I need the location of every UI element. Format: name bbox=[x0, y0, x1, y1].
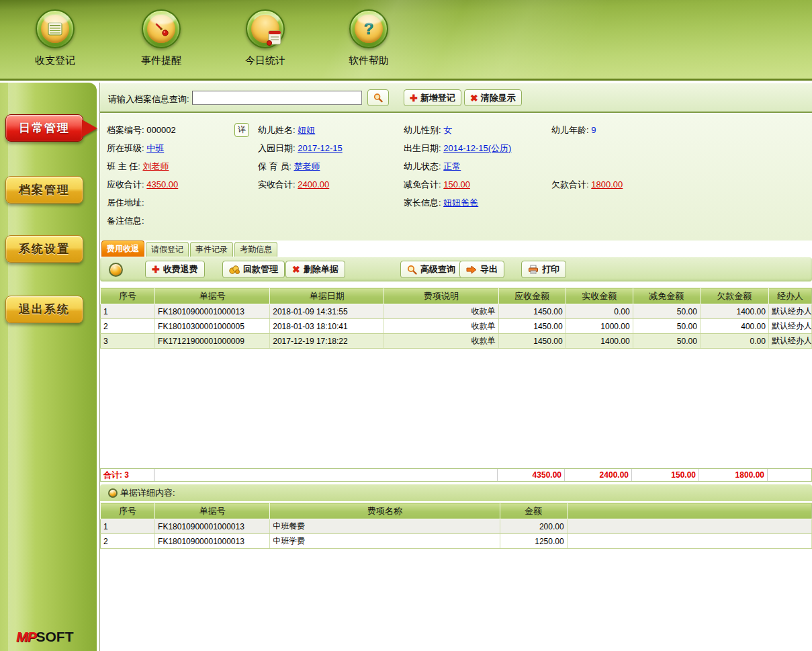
alarm-icon bbox=[152, 20, 170, 38]
print-button[interactable]: 打印 bbox=[521, 261, 566, 278]
enroll-date-field: 入园日期: 2017-12-15 bbox=[258, 142, 343, 155]
charge-refund-button[interactable]: ✚ 收费退费 bbox=[145, 261, 205, 278]
sidebar-item-archive-management[interactable]: 档案管理 bbox=[5, 176, 83, 204]
detail-table-row[interactable]: 1 FK18010900001000013 中班餐费 200.00 bbox=[101, 519, 812, 534]
totals-row: 合计: 3 4350.00 2400.00 150.00 1800.00 bbox=[100, 468, 812, 482]
col-header-index[interactable]: 序号 bbox=[101, 503, 155, 519]
clear-display-button[interactable]: ✖ 清除显示 bbox=[464, 89, 522, 106]
fee-table-row[interactable]: 3 FK17121900001000009 2017-12-19 17:18:2… bbox=[101, 334, 812, 349]
received-total-link[interactable]: 2400.00 bbox=[298, 179, 329, 189]
col-header-fee-name[interactable]: 费项名称 bbox=[270, 503, 500, 519]
banner-item-label: 软件帮助 bbox=[343, 54, 394, 67]
note-field: 备注信息: bbox=[107, 215, 144, 227]
banner-item-income-register[interactable]: 收支登记 bbox=[30, 9, 81, 67]
section-title: 单据详细内容: bbox=[120, 487, 175, 499]
col-header-receipt-no[interactable]: 单据号 bbox=[155, 288, 270, 304]
col-header-index[interactable]: 序号 bbox=[101, 288, 155, 304]
waived-total-field: 减免合计: 150.00 bbox=[404, 179, 470, 191]
search-label: 请输入档案信息查询: bbox=[108, 93, 189, 105]
col-header-waived[interactable]: 减免金额 bbox=[633, 288, 700, 304]
help-icon: ? bbox=[349, 9, 388, 48]
birth-date-field: 出生日期: 2014-12-15(公历) bbox=[404, 142, 511, 155]
banner-item-event-reminder[interactable]: 事件提醒 bbox=[136, 9, 187, 67]
printer-icon bbox=[528, 265, 539, 274]
nurse-link[interactable]: 楚老师 bbox=[294, 161, 320, 171]
sidebar-item-daily-management[interactable]: 日常管理 bbox=[5, 114, 83, 142]
payment-manage-button[interactable]: 回款管理 bbox=[222, 261, 285, 278]
fee-table-header-row: 序号 单据号 单据日期 费项说明 应收金额 实收金额 减免金额 欠款金额 经办人 bbox=[101, 288, 812, 304]
child-name-link[interactable]: 妞妞 bbox=[298, 125, 315, 135]
tab-event-records[interactable]: 事件记录 bbox=[190, 242, 233, 257]
new-register-button[interactable]: ✚ 新增登记 bbox=[404, 89, 461, 106]
col-header-receipt-no[interactable]: 单据号 bbox=[155, 503, 270, 519]
help-icon: ? bbox=[361, 19, 377, 38]
waived-total-link[interactable]: 150.00 bbox=[443, 179, 470, 189]
plus-icon: ✚ bbox=[152, 265, 160, 274]
coins-icon bbox=[229, 265, 240, 274]
sidebar-item-label: 日常管理 bbox=[19, 120, 70, 136]
sidebar: 日常管理 档案管理 系统设置 退出系统 MPSOFT bbox=[0, 83, 97, 651]
enroll-date-link[interactable]: 2017-12-15 bbox=[298, 143, 343, 153]
calendar-icon bbox=[246, 9, 285, 48]
tab-fee-records[interactable]: 费用收退 bbox=[101, 241, 144, 257]
svg-text:?: ? bbox=[364, 19, 374, 38]
banner-item-label: 事件提醒 bbox=[136, 54, 187, 67]
totals-count: 合计: 3 bbox=[101, 469, 154, 481]
alarm-icon bbox=[142, 9, 181, 48]
debt-total-link[interactable]: 1800.00 bbox=[591, 179, 623, 189]
tab-leave-register[interactable]: 请假登记 bbox=[146, 242, 189, 257]
child-name-field: 幼儿姓名: 妞妞 bbox=[258, 124, 315, 136]
status-link[interactable]: 正常 bbox=[443, 161, 461, 171]
address-field: 居住地址: bbox=[107, 197, 144, 209]
col-header-receivable[interactable]: 应收金额 bbox=[498, 288, 566, 304]
sidebar-item-label: 系统设置 bbox=[19, 241, 70, 257]
receivable-total-field: 应收合计: 4350.00 bbox=[107, 179, 178, 191]
receipt-detail-table: 序号 单据号 费项名称 金额 1 FK18010900001000013 中班餐… bbox=[100, 503, 812, 549]
fee-table-row[interactable]: 1 FK18010900001000013 2018-01-09 14:31:5… bbox=[101, 304, 812, 319]
sidebar-item-label: 退出系统 bbox=[19, 302, 70, 317]
top-banner: 收支登记 事件提醒 bbox=[0, 0, 812, 81]
banner-item-label: 今日统计 bbox=[240, 54, 291, 67]
sidebar-item-system-settings[interactable]: 系统设置 bbox=[5, 235, 83, 263]
total-receivable: 4350.00 bbox=[497, 469, 564, 481]
col-header-debt[interactable]: 欠款金额 bbox=[700, 288, 768, 304]
head-teacher-field: 班 主 任: 刘老师 bbox=[107, 161, 169, 173]
child-profile-panel: 档案编号: 000002 详 幼儿姓名: 妞妞 幼儿性别: 女 幼儿年龄: 9 … bbox=[100, 114, 812, 241]
search-input[interactable] bbox=[192, 91, 362, 105]
tab-attendance[interactable]: 考勤信息 bbox=[234, 242, 277, 257]
receipt-detail-header: 单据详细内容: bbox=[100, 484, 812, 501]
receivable-total-link[interactable]: 4350.00 bbox=[146, 179, 178, 189]
col-header-amount[interactable]: 金额 bbox=[500, 503, 567, 519]
active-arrow-icon bbox=[82, 120, 97, 137]
mpsoft-logo: MPSOFT bbox=[16, 629, 74, 645]
collapse-toggle-icon[interactable] bbox=[109, 263, 123, 277]
col-header-received[interactable]: 实收金额 bbox=[566, 288, 633, 304]
status-field: 幼儿状态: 正常 bbox=[404, 161, 461, 173]
col-header-operator[interactable]: 经办人 bbox=[768, 288, 811, 304]
search-button[interactable] bbox=[367, 89, 389, 106]
col-header-receipt-date[interactable]: 单据日期 bbox=[270, 288, 384, 304]
class-link[interactable]: 中班 bbox=[146, 143, 164, 153]
head-teacher-link[interactable]: 刘老师 bbox=[142, 161, 169, 171]
col-header-blank bbox=[567, 503, 811, 519]
collapse-toggle-icon[interactable] bbox=[108, 488, 118, 498]
parent-info-field: 家长信息: 妞妞爸爸 bbox=[404, 197, 478, 209]
delete-receipt-button[interactable]: ✖ 删除单据 bbox=[285, 261, 345, 278]
birth-date-link[interactable]: 2014-12-15(公历) bbox=[443, 143, 511, 153]
parent-info-link[interactable]: 妞妞爸爸 bbox=[443, 198, 478, 208]
banner-item-help[interactable]: ? 软件帮助 bbox=[343, 9, 394, 67]
detail-table-row[interactable]: 2 FK18010900001000013 中班学费 1250.00 bbox=[101, 534, 812, 549]
total-waived: 150.00 bbox=[631, 469, 698, 481]
plus-icon: ✚ bbox=[410, 93, 418, 103]
fee-table-row[interactable]: 2 FK18010300001000005 2018-01-03 18:10:4… bbox=[101, 319, 812, 334]
sidebar-item-exit-system[interactable]: 退出系统 bbox=[5, 296, 83, 323]
advanced-query-button[interactable]: 高级查询 bbox=[400, 261, 462, 278]
fee-table: 序号 单据号 单据日期 费项说明 应收金额 实收金额 减免金额 欠款金额 经办人… bbox=[100, 288, 812, 349]
class-field: 所在班级: 中班 bbox=[107, 142, 164, 155]
fee-toolbar: ✚ 收费退费 回款管理 ✖ 删除单据 高级查询 导出 bbox=[100, 257, 812, 281]
detail-button[interactable]: 详 bbox=[234, 123, 249, 137]
col-header-fee-desc[interactable]: 费项说明 bbox=[384, 288, 498, 304]
export-button[interactable]: 导出 bbox=[459, 261, 504, 278]
banner-item-today-stats[interactable]: 今日统计 bbox=[240, 9, 291, 67]
search-icon bbox=[373, 93, 383, 103]
